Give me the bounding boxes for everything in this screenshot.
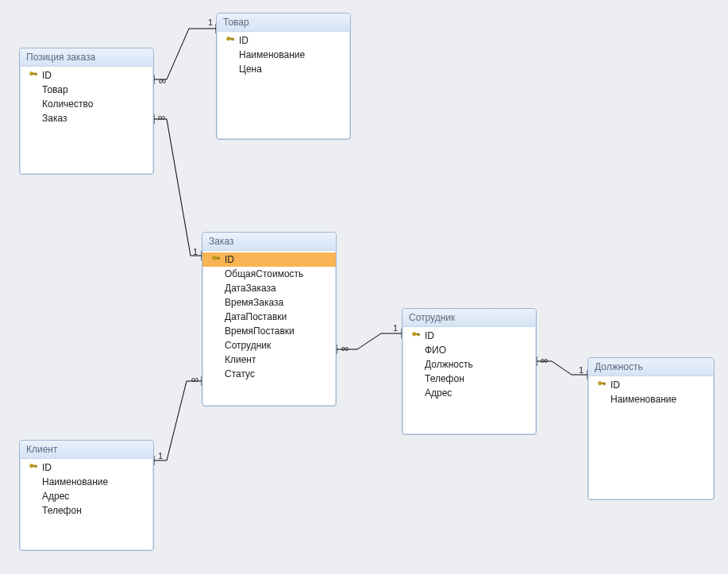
cardinality-many: ∞ <box>158 111 165 123</box>
field-row[interactable]: ID <box>217 33 350 48</box>
field-row[interactable]: ID <box>202 252 336 267</box>
field-label: ID <box>423 330 434 341</box>
field-label: Товар <box>40 84 68 95</box>
field-label: Наименование <box>609 394 676 405</box>
svg-rect-24 <box>36 466 37 468</box>
field-row[interactable]: ВремяПоставки <box>202 324 336 338</box>
svg-rect-20 <box>218 258 219 260</box>
cardinality-one: 1 <box>158 451 163 460</box>
svg-rect-12 <box>36 74 37 75</box>
field-row[interactable]: Наименование <box>588 392 714 406</box>
cardinality-one: 1 <box>193 247 198 256</box>
field-label: ВремяПоставки <box>223 326 295 337</box>
cardinality-one: 1 <box>393 323 398 333</box>
field-row[interactable]: ID <box>20 68 153 83</box>
cardinality-many: ∞ <box>341 342 349 354</box>
field-label: ID <box>40 462 52 473</box>
field-label: Сотрудник <box>223 340 271 351</box>
field-label: Телефон <box>423 373 464 384</box>
entity-body: IDФИОДолжностьТелефонАдрес <box>403 327 536 402</box>
field-label: ДатаПоставки <box>223 311 287 322</box>
field-row[interactable]: Наименование <box>217 48 350 62</box>
field-row[interactable]: Телефон <box>20 503 153 518</box>
field-label: Наименование <box>40 476 108 487</box>
field-label: ФИО <box>423 345 446 356</box>
field-label: Заказ <box>40 113 67 124</box>
relationship-canvas[interactable]: Позиция заказаIDТоварКоличествоЗаказТова… <box>0 0 728 574</box>
field-label: ID <box>237 35 248 46</box>
field-row[interactable]: Клиент <box>202 352 336 367</box>
entity-order[interactable]: ЗаказIDОбщаяСтоимостьДатаЗаказаВремяЗака… <box>202 232 337 406</box>
entity-position[interactable]: ДолжностьIDНаименование <box>587 357 715 500</box>
svg-rect-17 <box>231 39 232 40</box>
field-label: ДатаЗаказа <box>223 283 276 294</box>
field-label: Цена <box>237 64 262 75</box>
field-row[interactable]: Сотрудник <box>202 338 336 352</box>
cardinality-one: 1 <box>208 17 213 27</box>
svg-rect-29 <box>417 334 418 336</box>
cardinality-many: ∞ <box>191 373 198 385</box>
field-label: Количество <box>40 98 93 110</box>
field-label: Статус <box>223 368 255 379</box>
entity-header[interactable]: Сотрудник <box>403 309 536 327</box>
entity-client[interactable]: КлиентIDНаименованиеАдресТелефон <box>19 440 154 551</box>
field-row[interactable]: Заказ <box>20 111 153 125</box>
entity-header[interactable]: Должность <box>588 358 714 376</box>
svg-rect-16 <box>233 39 233 40</box>
field-row[interactable]: ID <box>20 460 153 475</box>
field-row[interactable]: Телефон <box>403 372 536 386</box>
field-label: Наименование <box>237 49 305 60</box>
field-label: ВремяЗаказа <box>223 297 283 308</box>
entity-body: IDНаименованиеЦена <box>217 32 350 78</box>
field-row[interactable]: Должность <box>403 357 536 372</box>
cardinality-many: ∞ <box>541 354 548 366</box>
svg-rect-13 <box>34 74 35 75</box>
primary-key-icon <box>26 463 40 472</box>
entity-orderItem[interactable]: Позиция заказаIDТоварКоличествоЗаказ <box>19 48 154 175</box>
field-row[interactable]: ID <box>588 378 714 392</box>
entity-body: IDНаименование <box>588 376 714 408</box>
entity-header[interactable]: Клиент <box>20 441 153 459</box>
field-row[interactable]: Наименование <box>20 475 153 489</box>
primary-key-icon <box>209 255 223 264</box>
primary-key-icon <box>595 380 609 390</box>
entity-body: IDТоварКоличествоЗаказ <box>20 67 153 127</box>
field-label: Клиент <box>223 354 256 365</box>
entity-body: IDОбщаяСтоимостьДатаЗаказаВремяЗаказаДат… <box>202 251 336 383</box>
field-row[interactable]: ФИО <box>403 343 536 357</box>
field-row[interactable]: Адрес <box>403 386 536 400</box>
field-row[interactable]: ДатаПоставки <box>202 310 336 324</box>
field-row[interactable]: Количество <box>20 97 153 111</box>
entity-header[interactable]: Позиция заказа <box>20 48 153 67</box>
svg-rect-25 <box>34 466 35 468</box>
field-row[interactable]: Статус <box>202 367 336 381</box>
svg-rect-21 <box>217 258 218 260</box>
field-row[interactable]: ОбщаяСтоимость <box>202 267 336 281</box>
field-label: Адрес <box>40 491 69 502</box>
field-label: ID <box>609 379 620 391</box>
svg-rect-33 <box>603 383 603 385</box>
cardinality-many: ∞ <box>159 75 166 87</box>
entity-body: IDНаименованиеАдресТелефон <box>20 459 153 519</box>
primary-key-icon <box>26 71 40 80</box>
field-label: ID <box>40 70 52 81</box>
field-row[interactable]: Цена <box>217 62 350 76</box>
entity-product[interactable]: ТоварIDНаименованиеЦена <box>216 13 351 140</box>
field-row[interactable]: ДатаЗаказа <box>202 281 336 295</box>
svg-rect-32 <box>604 383 605 385</box>
entity-header[interactable]: Товар <box>217 13 350 32</box>
field-row[interactable]: Адрес <box>20 489 153 503</box>
field-label: ID <box>223 254 234 265</box>
entity-employee[interactable]: СотрудникIDФИОДолжностьТелефонАдрес <box>402 308 537 435</box>
primary-key-icon <box>223 36 237 45</box>
field-label: ОбщаяСтоимость <box>223 268 303 279</box>
entity-header[interactable]: Заказ <box>202 233 336 251</box>
field-label: Адрес <box>423 387 452 399</box>
field-row[interactable]: Товар <box>20 83 153 97</box>
field-row[interactable]: ВремяЗаказа <box>202 295 336 310</box>
svg-rect-28 <box>418 334 419 336</box>
field-label: Телефон <box>40 505 82 516</box>
field-label: Должность <box>423 359 473 370</box>
primary-key-icon <box>409 331 423 341</box>
field-row[interactable]: ID <box>403 329 536 343</box>
